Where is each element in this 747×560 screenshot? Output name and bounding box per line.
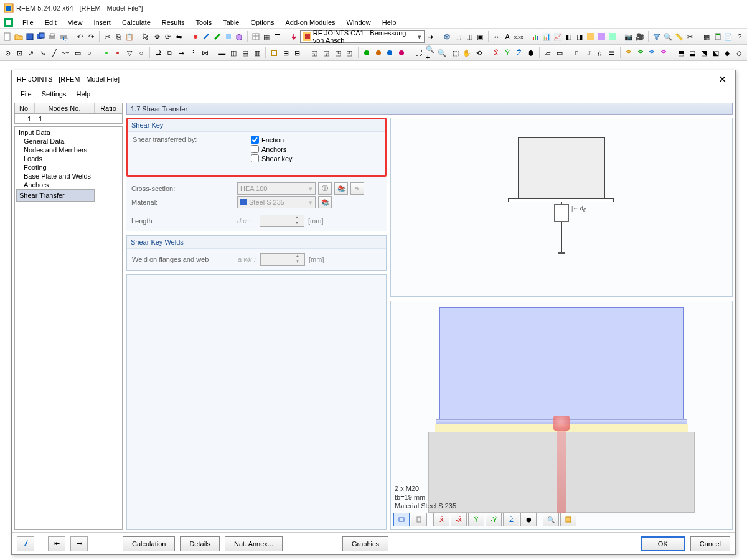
go-icon[interactable]: ➜ — [426, 30, 436, 43]
calculation-button[interactable]: Calculation — [123, 536, 175, 551]
view-x-icon[interactable]: X̂ — [433, 513, 449, 526]
paste-icon[interactable]: 📋 — [125, 30, 134, 43]
close-icon[interactable]: ✕ — [715, 72, 730, 86]
graphics-button[interactable]: Graphics — [342, 536, 388, 551]
undo-icon[interactable]: ↶ — [75, 30, 85, 43]
misc3-icon[interactable]: ⬔ — [699, 47, 710, 59]
rect-icon[interactable]: ▭ — [72, 47, 83, 59]
zoomfit-icon[interactable]: ⛶ — [413, 47, 424, 59]
zoomwin-icon[interactable]: ⬚ — [450, 47, 461, 59]
box2-icon[interactable]: ◲ — [321, 47, 332, 59]
node3-icon[interactable] — [101, 47, 111, 59]
menu-help[interactable]: Help — [377, 17, 402, 27]
grid-icon[interactable]: ▦ — [262, 30, 272, 43]
help-icon[interactable]: ? — [735, 30, 745, 43]
dlg-menu-settings[interactable]: Settings — [37, 89, 72, 99]
ex4-icon[interactable]: 〓 — [606, 47, 617, 59]
find-icon[interactable]: 🔍 — [663, 30, 673, 43]
library-icon[interactable]: 📚 — [334, 182, 348, 195]
fe-mesh-icon[interactable]: ▩ — [702, 30, 712, 43]
support-icon[interactable]: ▽ — [125, 47, 135, 59]
menu-edit[interactable]: Edit — [40, 17, 62, 27]
opt3-icon[interactable] — [385, 47, 395, 59]
ex3-icon[interactable]: ⎌ — [594, 47, 605, 59]
ex2-icon[interactable]: ⎎ — [583, 47, 594, 59]
calc-icon[interactable] — [713, 30, 723, 43]
ex1-icon[interactable]: ⎍ — [571, 47, 582, 59]
tree-loads[interactable]: Loads — [16, 154, 121, 163]
table-row[interactable]: 1 1 — [15, 114, 122, 123]
box1-icon[interactable]: ◱ — [309, 47, 320, 59]
tree-shear[interactable]: Shear Transfer — [16, 189, 95, 202]
saveall-icon[interactable] — [36, 30, 46, 43]
join-icon[interactable]: ⋈ — [200, 47, 210, 59]
view-y-icon[interactable]: Ŷ — [468, 513, 484, 526]
menu-view[interactable]: View — [63, 17, 88, 27]
shaded-icon[interactable]: ◫ — [464, 30, 474, 43]
misc6-icon[interactable]: ◇ — [734, 47, 745, 59]
new-icon[interactable] — [2, 30, 12, 43]
line2-icon[interactable]: ╱ — [49, 47, 60, 59]
select-icon[interactable] — [141, 30, 151, 43]
ortho-icon[interactable]: ▭ — [555, 47, 565, 59]
view-nx-icon[interactable]: -X̂ — [451, 513, 467, 526]
tree-footing[interactable]: Footing — [16, 163, 121, 172]
viso-icon[interactable]: ⬢ — [525, 47, 536, 59]
node-icon[interactable] — [190, 30, 200, 43]
sec1-icon[interactable] — [269, 47, 280, 59]
camera-icon[interactable]: 📷 — [624, 30, 634, 43]
module-combo[interactable]: RF-JOINTS CA1 - Bemessung von Ansch▾ — [300, 30, 425, 43]
printpreview-icon[interactable] — [59, 30, 68, 43]
move-icon[interactable]: ✥ — [152, 30, 162, 43]
menu-addon[interactable]: Add-on Modules — [280, 17, 340, 27]
view-iso-icon[interactable]: ⬢ — [520, 513, 537, 526]
surface-icon[interactable] — [223, 30, 233, 43]
cube2-icon[interactable] — [635, 47, 646, 59]
cb-anchors[interactable]: Anchors — [251, 145, 293, 153]
dimension-icon[interactable]: ↔ — [492, 30, 502, 43]
results3-icon[interactable]: 📈 — [553, 30, 563, 43]
node4-icon[interactable] — [113, 47, 123, 59]
extend-icon[interactable]: ⇥ — [176, 47, 187, 59]
menu-tools[interactable]: Tools — [190, 17, 217, 27]
box4-icon[interactable]: ◰ — [344, 47, 355, 59]
view-zoom-icon[interactable]: 🔍 — [543, 513, 559, 526]
snap2-icon[interactable]: ⊡ — [14, 47, 25, 59]
menu-options[interactable]: Options — [245, 17, 279, 27]
results2-icon[interactable]: 📊 — [542, 30, 552, 43]
menu-file[interactable]: File — [17, 17, 39, 27]
misc1-icon[interactable]: ⬒ — [675, 47, 686, 59]
save-icon[interactable] — [25, 30, 35, 43]
dialog-menubar[interactable]: File Settings Help — [12, 88, 735, 100]
export-button[interactable]: ⇥ — [70, 536, 88, 551]
tree-baseplate[interactable]: Base Plate and Welds — [16, 172, 121, 180]
filter-icon[interactable] — [652, 30, 662, 43]
solid2-icon[interactable]: ▣ — [475, 30, 485, 43]
surf3-icon[interactable]: ▤ — [240, 47, 251, 59]
help-button[interactable]: ⅈ — [17, 536, 34, 551]
tree-general[interactable]: General Data — [16, 137, 121, 146]
redo-icon[interactable]: ↷ — [86, 30, 96, 43]
cube3-icon[interactable] — [647, 47, 657, 59]
video-icon[interactable]: 🎥 — [635, 30, 645, 43]
opt4-icon[interactable] — [397, 47, 407, 59]
results7-icon[interactable] — [596, 30, 606, 43]
menu-table[interactable]: Table — [218, 17, 244, 27]
table-icon[interactable] — [251, 30, 261, 43]
layers-icon[interactable]: ☰ — [273, 30, 283, 43]
number-icon[interactable]: x.xx — [514, 30, 524, 43]
tree-anchors[interactable]: Anchors — [16, 180, 121, 189]
ok-button[interactable]: OK — [641, 536, 685, 551]
dlg-menu-file[interactable]: File — [16, 89, 37, 99]
clip-icon[interactable]: ✂ — [685, 30, 695, 43]
cb-friction[interactable]: Friction — [251, 136, 293, 144]
mirror-icon[interactable]: ⇋ — [174, 30, 184, 43]
view-print-icon[interactable] — [560, 513, 576, 526]
box3-icon[interactable]: ◳ — [332, 47, 343, 59]
view-top-icon[interactable] — [393, 513, 410, 526]
arrow2-icon[interactable]: ↘ — [37, 47, 48, 59]
cases-table[interactable]: 1 1 — [14, 114, 123, 124]
surf2-icon[interactable]: ◫ — [228, 47, 239, 59]
import-button[interactable]: ⇤ — [48, 536, 65, 551]
details-button[interactable]: Details — [180, 536, 220, 551]
